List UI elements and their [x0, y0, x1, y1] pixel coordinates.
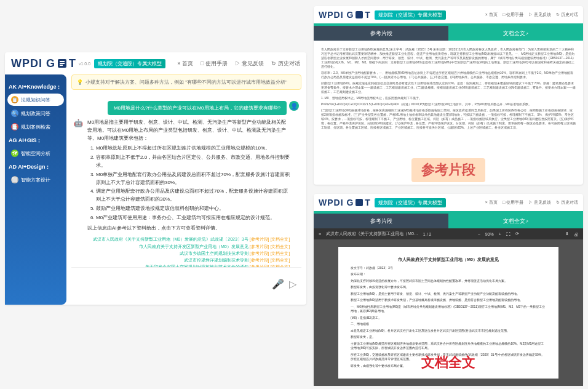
menu-icon[interactable]: ≡ — [319, 232, 321, 236]
files-icon: 📑 — [11, 123, 18, 130]
pdf-paragraph: 本意见规定工业用地(M0)，各片区武汉经开发化工区及区位发各片区武汉开发区范围(… — [351, 329, 546, 334]
top-nav: × 首页 □ 使用手册 ▷ 意见反馈 ↻ 历史对话 — [485, 12, 578, 18]
tab-fulldoc[interactable]: 文档全文↗ — [448, 214, 583, 228]
map-icon: 🗺 — [11, 150, 18, 157]
nav-manual[interactable]: □ 使用手册 — [503, 199, 523, 206]
sidebar-item-label: 智能空间分析 — [21, 150, 50, 157]
ai-list-item: 调定产业用地配套行政办公用品及房建设总面积不超过70%，配套服务设施计容建面积原… — [96, 188, 290, 204]
logo-text-2: T — [365, 198, 371, 207]
pdf-paragraph: 新型工业用地(M0)，是指主要用于研发、创意、设计、中试、检测、无污染生产等新型… — [351, 292, 546, 297]
rotate-icon[interactable]: ⟳ — [515, 231, 519, 236]
sidebar-cat-ad: AD AI+Design： — [9, 163, 63, 171]
reference-body: 市人民政府关于支持新型工业用地(M0)发展的意见(发文字号：武政规〔2023〕3… — [314, 41, 583, 187]
zoom-in-icon[interactable]: + — [499, 232, 501, 236]
sidebar-item-case-search[interactable]: 📑 规划案例检索 — [7, 121, 64, 133]
hint-text: 小规支持对于解决方案、问题多种方法，例如 "有哪些不同的方法可以进行城市用地效益… — [85, 79, 287, 86]
design-icon: ⬜ — [11, 176, 18, 183]
app-logo: WPDI G T 规划院（交通院）专属大模型 — [319, 198, 446, 207]
nav-home[interactable]: × 首页 — [485, 199, 498, 206]
logo-text-1: WPDI G — [319, 10, 354, 20]
app-header-br: WPDI G T 规划院（交通院）专属大模型 × 首页 □ 使用手册 ▷ 意见反… — [314, 194, 583, 211]
sidebar-item-label: 规划政策问答 — [21, 110, 50, 117]
app-header: WPDI G T v1.0.0 规划院（交通院）专属大模型 × 首页 □ 使用手… — [5, 52, 306, 74]
sidebar-item-spatial[interactable]: 🗺 智能空间分析 — [7, 147, 64, 159]
callout-fulldoc: 文档全文 — [411, 350, 485, 375]
send-icon[interactable]: ▷ — [289, 278, 296, 290]
nav-manual[interactable]: □ 使用手册 — [201, 60, 228, 68]
input-area: 🎤 ▷ — [71, 267, 301, 300]
ai-list-item: M0单独产业用地配套行政办公用品及房建设总面积不超过70%，配套服务设施计容建面… — [96, 171, 290, 187]
tab-label: 文档全文 — [503, 217, 525, 225]
pdf-paragraph: 二、用地规模 — [351, 322, 546, 327]
ai-list-item: 容积率原则上不低于2.0，并由各区结合片区定位、公共服务、市政交通、用地条件控制… — [96, 154, 290, 170]
fit-icon[interactable]: ⛶ — [506, 232, 511, 236]
doc-paragraph: 市人民政府关于支持新型工业用地(M0)发展的意见(发文字号：武政规〔2023〕3… — [321, 47, 576, 69]
doc-paragraph: (2)新型工业用地(M0)。按规定报送应到规划信息交底时是否有建议性工业用地标准… — [321, 81, 576, 94]
nav-feedback[interactable]: ▷ 意见反馈 — [235, 60, 264, 68]
logo-text-2: T — [69, 57, 76, 70]
reference-fragment-panel: WPDI G T 规划院（交通院）专属大模型 × 首页 □ 使用手册 ▷ 意见反… — [314, 6, 583, 185]
sidebar-cat-ak: AK AI+Knowledge： — [9, 83, 63, 91]
voice-icon[interactable]: 🎤 — [272, 278, 284, 290]
sidebar-item-design[interactable]: ⬜ 智能方案设计 — [7, 174, 64, 186]
ai-list: M0用地选址原则上不得超过所在区规划连片供地规模的工业用地总规模的10%。容积率… — [87, 145, 290, 222]
chat-input[interactable] — [76, 273, 272, 295]
sidebar-item-policy-qa[interactable]: 🔍 规划政策问答 — [7, 107, 64, 119]
external-icon: ↗ — [525, 219, 528, 223]
reference-item[interactable]: 武汉市乡镇国土空间规划技技术导则 [参考片段] [文档全文] — [87, 250, 290, 257]
reference-item[interactable]: 武汉市控规性详规划编制技术导则 [参考片段] [文档全文] — [87, 257, 290, 263]
pdf-paper: 市人民政府关于支持新型工业用地（M0）发展的意见 发文字号：武政规〔2023〕3… — [338, 247, 558, 379]
print-icon[interactable]: 🖨 — [574, 232, 578, 236]
user-message: M0用地是什么?什么类型的产业可以在M0用地上布局，它的建筑要求有哪些? 👤 — [74, 101, 299, 115]
nav-history[interactable]: ↻ 历史对话 — [556, 199, 578, 206]
tab-reference[interactable]: 参考片段 — [314, 26, 448, 41]
nav-feedback[interactable]: ▷ 意见反馈 — [528, 12, 551, 18]
pdf-paragraph: 一、M0用地性质新型工业用地(M0)是《城市用地分类与规划建设用地标准》(GB5… — [351, 305, 546, 314]
main-content: 💡 小规支持对于解决方案、问题多种方法，例如 "有哪些不同的方法可以进行城市用地… — [71, 74, 301, 300]
tab-fulldoc[interactable]: 文档全文↗ — [448, 26, 583, 41]
zoom-out-icon[interactable]: − — [478, 232, 480, 236]
sidebar-item-label: 智能方案设计 — [21, 177, 50, 183]
app-header-tr: WPDI G T 规划院（交通院）专属大模型 × 首页 □ 使用手册 ▷ 意见反… — [314, 6, 583, 23]
nav-history[interactable]: ↻ 历史对话 — [271, 60, 300, 68]
nav-feedback[interactable]: ▷ 意见反馈 — [528, 199, 551, 206]
svg-rect-1 — [356, 11, 363, 18]
pdf-viewport[interactable]: 市人民政府关于支持新型工业用地（M0）发展的意见 发文字号：武政规〔2023〕3… — [314, 239, 583, 386]
pdf-doc-title: 市人民政府关于支持新型工业用地（M0）发展的意见 — [351, 257, 546, 263]
pdf-zoom: 90% — [485, 232, 494, 236]
nav-manual[interactable]: □ 使用手册 — [503, 12, 523, 18]
sidebar-item-label: 规划案例检索 — [21, 124, 50, 130]
download-icon[interactable]: ⬇ — [565, 231, 569, 236]
doc-paragraph: 容积率：2.0。M0单独产业用地配套要求，一、用地规模及M0用地选址原则上不得超… — [321, 71, 576, 79]
nav-home[interactable]: × 首页 — [485, 12, 498, 18]
logo-icon — [355, 198, 364, 207]
external-icon: ↗ — [525, 31, 528, 36]
doc-paragraph: P=Pa/N×(1+K/10)×(C+C0)/C=10/1.5(1+0/10)×… — [321, 102, 576, 106]
app-logo: WPDI G T v1.0.0 规划院（交通院）专属大模型 — [11, 57, 165, 70]
logo-badge: 规划院（交通院）专属大模型 — [375, 10, 446, 20]
ai-avatar: 🤖 — [74, 119, 84, 129]
top-nav: × 首页 □ 使用手册 ▷ 意见反馈 ↻ 历史对话 — [485, 199, 578, 206]
hint-bar: 💡 小规支持对于解决方案、问题多种方法，例如 "有哪些不同的方法可以进行城市用地… — [71, 74, 301, 90]
user-bubble: M0用地是什么?什么类型的产业可以在M0用地上布局，它的建筑要求有哪些? — [108, 101, 287, 115]
nav-home[interactable]: × 首页 — [177, 60, 193, 68]
sidebar: AK AI+Knowledge： 📋 法规知识问答 🔍 规划政策问答 📑 规划案… — [5, 74, 66, 305]
pdf-paragraph: 为深化支撑转移和促进的发展方向，可按照武汉市国土空间总体规划的性配置改革，并将现… — [351, 279, 546, 284]
nav-history[interactable]: ↻ 历史对话 — [556, 12, 578, 18]
reference-item[interactable]: 市人民政府关于支持开发区新型产业用地（M0）发展意见 [参考片段] [文档全文] — [87, 243, 290, 250]
reference-item[interactable]: 武汉市人民政府《关于支持新型工业用地（M0）发展的意见》武政规〔2023〕3号 … — [87, 236, 290, 243]
sidebar-item-law-qa[interactable]: 📋 法规知识问答 — [7, 94, 64, 106]
logo-text-1: WPDI G — [11, 57, 55, 70]
doc-paragraph: 1. M0、营地使用权出让。M0用地使用权出让，应按照整体规划下不低于。 — [321, 96, 576, 100]
pdf-paragraph: 新型研发类，是。 — [351, 335, 546, 340]
callout-reference: 参考片段 — [411, 158, 485, 182]
logo-icon — [355, 10, 364, 19]
tab-label: 文档全文 — [503, 30, 525, 38]
logo-text-2: T — [365, 10, 371, 20]
pdf-toolbar: ≡ 武汉市人民政府《关于支持新型工业用地（M0… 1 / 2 − 90% + ⛶… — [314, 228, 583, 239]
tab-label: 参考片段 — [370, 30, 392, 38]
ai-list-item: 鼓励产业用地建筑建设地按规定该信息料创研的和建中心。 — [96, 205, 290, 213]
tab-reference[interactable]: 参考片段 — [314, 214, 448, 228]
ai-list-item: M0用地选址原则上不得超过所在区规划连片供地规模的工业用地总规模的10%。 — [96, 145, 290, 153]
sidebar-item-label: 法规知识问答 — [21, 97, 50, 103]
